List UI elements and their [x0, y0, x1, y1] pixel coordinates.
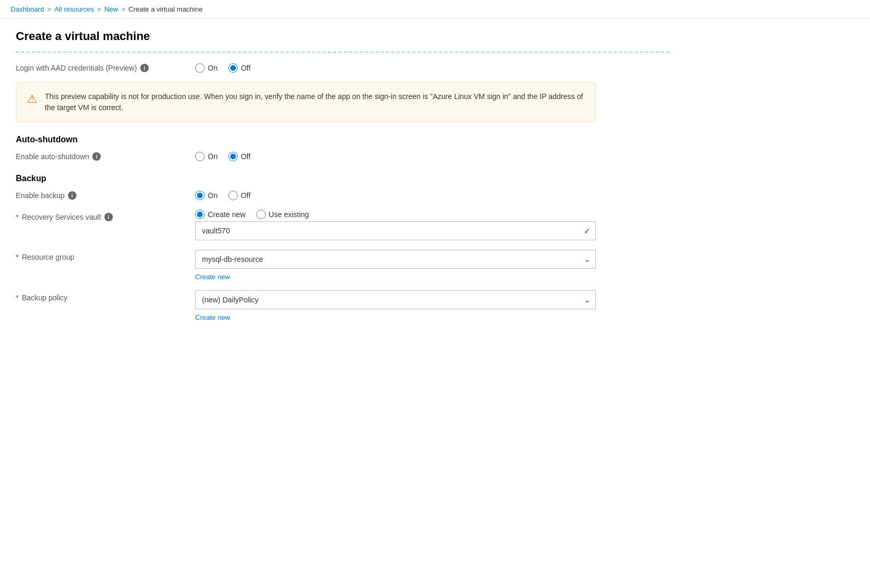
- auto-shutdown-label: Enable auto-shutdown i: [16, 152, 185, 161]
- recovery-vault-row: Recovery Services vault i Create new Use…: [16, 210, 670, 240]
- login-aad-row: Login with AAD credentials (Preview) i O…: [16, 63, 670, 73]
- auto-shutdown-off-option[interactable]: Off: [228, 152, 250, 161]
- backup-policy-row: Backup policy (new) DailyPolicy ⌄ Create…: [16, 290, 670, 321]
- recovery-vault-use-existing-option[interactable]: Use existing: [256, 210, 309, 219]
- page-content: Create a virtual machine Login with AAD …: [0, 19, 685, 345]
- section-divider-top: [16, 52, 670, 53]
- auto-shutdown-on-option[interactable]: On: [195, 152, 218, 161]
- login-aad-radio-group: On Off: [195, 63, 250, 73]
- backup-policy-select-wrapper: (new) DailyPolicy ⌄: [195, 290, 596, 309]
- recovery-vault-type-group: Create new Use existing: [195, 210, 596, 219]
- auto-shutdown-info-icon[interactable]: i: [92, 152, 101, 161]
- auto-shutdown-radio-group: On Off: [195, 152, 250, 161]
- page-title: Create a virtual machine: [16, 30, 670, 43]
- enable-backup-off-label: Off: [241, 191, 250, 200]
- recovery-vault-create-new-option[interactable]: Create new: [195, 210, 246, 219]
- resource-group-select-wrapper: mysql-db-resource ⌄: [195, 250, 596, 269]
- enable-backup-radio-group: On Off: [195, 191, 250, 200]
- recovery-vault-info-icon[interactable]: i: [104, 213, 113, 221]
- login-aad-on-option[interactable]: On: [195, 63, 218, 73]
- resource-group-select[interactable]: mysql-db-resource: [195, 250, 596, 269]
- login-aad-on-label: On: [208, 64, 218, 72]
- auto-shutdown-on-radio[interactable]: [195, 152, 205, 161]
- resource-group-field-group: mysql-db-resource ⌄ Create new: [195, 250, 596, 281]
- backup-section: Backup Enable backup i On Off Recove: [16, 174, 670, 321]
- enable-backup-label: Enable backup i: [16, 191, 185, 200]
- login-aad-off-label: Off: [241, 64, 250, 72]
- enable-backup-row: Enable backup i On Off: [16, 191, 670, 200]
- warning-box: ⚠ This preview capability is not for pro…: [16, 82, 596, 122]
- vault-name-input[interactable]: [195, 221, 596, 240]
- login-aad-on-radio[interactable]: [195, 63, 205, 73]
- login-aad-label: Login with AAD credentials (Preview) i: [16, 64, 185, 72]
- auto-shutdown-section: Auto-shutdown Enable auto-shutdown i On …: [16, 135, 670, 161]
- auto-shutdown-on-label: On: [208, 152, 218, 161]
- breadcrumb-sep-1: >: [47, 5, 52, 13]
- breadcrumb-sep-2: >: [97, 5, 101, 13]
- resource-group-row: Resource group mysql-db-resource ⌄ Creat…: [16, 250, 670, 281]
- recovery-vault-create-new-label: Create new: [208, 210, 246, 219]
- warning-text: This preview capability is not for produ…: [45, 91, 585, 113]
- breadcrumb-current: Create a virtual machine: [129, 5, 203, 13]
- login-aad-off-radio[interactable]: [228, 63, 238, 73]
- enable-backup-off-option[interactable]: Off: [228, 191, 250, 200]
- resource-group-label: Resource group: [16, 253, 185, 261]
- breadcrumb-dashboard[interactable]: Dashboard: [11, 5, 44, 13]
- recovery-vault-create-new-radio[interactable]: [195, 210, 205, 219]
- recovery-vault-field-group: Create new Use existing ✓: [195, 210, 596, 240]
- breadcrumb-new[interactable]: New: [104, 5, 118, 13]
- enable-backup-on-label: On: [208, 191, 218, 200]
- backup-policy-create-new-link[interactable]: Create new: [195, 313, 596, 321]
- auto-shutdown-row: Enable auto-shutdown i On Off: [16, 152, 670, 161]
- auto-shutdown-off-label: Off: [241, 152, 250, 161]
- enable-backup-on-option[interactable]: On: [195, 191, 218, 200]
- backup-policy-field-group: (new) DailyPolicy ⌄ Create new: [195, 290, 596, 321]
- recovery-vault-use-existing-label: Use existing: [269, 210, 309, 219]
- login-aad-off-option[interactable]: Off: [228, 63, 250, 73]
- vault-check-icon: ✓: [584, 226, 591, 236]
- enable-backup-info-icon[interactable]: i: [68, 191, 76, 200]
- resource-group-create-new-link[interactable]: Create new: [195, 273, 596, 281]
- auto-shutdown-off-radio[interactable]: [228, 152, 238, 161]
- login-aad-info-icon[interactable]: i: [140, 64, 149, 72]
- breadcrumb-sep-3: >: [121, 5, 125, 13]
- backup-policy-label: Backup policy: [16, 293, 185, 302]
- breadcrumb: Dashboard > All resources > New > Create…: [0, 0, 870, 19]
- breadcrumb-all-resources[interactable]: All resources: [54, 5, 94, 13]
- auto-shutdown-heading: Auto-shutdown: [16, 135, 670, 144]
- backup-policy-select[interactable]: (new) DailyPolicy: [195, 290, 596, 309]
- recovery-vault-use-existing-radio[interactable]: [256, 210, 266, 219]
- warning-icon: ⚠: [27, 92, 37, 106]
- recovery-vault-label: Recovery Services vault i: [16, 213, 185, 221]
- enable-backup-on-radio[interactable]: [195, 191, 205, 200]
- backup-heading: Backup: [16, 174, 670, 183]
- enable-backup-off-radio[interactable]: [228, 191, 238, 200]
- vault-name-wrapper: ✓: [195, 221, 596, 240]
